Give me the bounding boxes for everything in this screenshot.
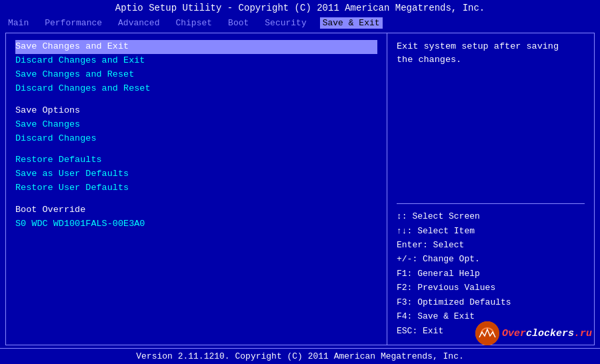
watermark: Overclockers.ru (475, 321, 592, 345)
boot-override-label: Boot Override (15, 203, 377, 217)
footer-text: Version 2.11.1210. Copyright (C) 2011 Am… (136, 351, 463, 361)
main-content: Save Changes and Exit Discard Changes an… (5, 33, 595, 345)
group-save-options: Save Options Save Changes Discard Change… (15, 104, 377, 146)
menu-entry-discard-and-reset[interactable]: Discard Changes and Reset (15, 82, 377, 96)
watermark-logo-circle (475, 321, 499, 345)
help-select-item: ↑↓: Select Item (397, 224, 585, 238)
left-panel: Save Changes and Exit Discard Changes an… (6, 33, 387, 345)
menu-item-save-exit[interactable]: Save & Exit (320, 17, 383, 29)
menu-item-advanced[interactable]: Advanced (115, 17, 162, 29)
menu-entry-save-changes[interactable]: Save Changes (15, 118, 377, 132)
menu-entry-restore-defaults[interactable]: Restore Defaults (15, 153, 377, 167)
menu-item-performance[interactable]: Performance (42, 17, 105, 29)
help-enter: Enter: Select (397, 238, 585, 252)
description-box: Exit system setup after savingthe change… (397, 40, 585, 67)
group-save-discard: Save Changes and Exit Discard Changes an… (15, 40, 377, 96)
bios-screen: Aptio Setup Utility - Copyright (C) 2011… (0, 0, 600, 364)
group-boot-override: Boot Override S0 WDC WD1001FALS-00E3A0 (15, 203, 377, 231)
menu-entry-save-and-reset[interactable]: Save Changes and Reset (15, 68, 377, 82)
menu-entry-discard-and-exit[interactable]: Discard Changes and Exit (15, 54, 377, 68)
title-bar: Aptio Setup Utility - Copyright (C) 2011… (0, 0, 600, 16)
help-f1: F1: General Help (397, 267, 585, 281)
save-options-label: Save Options (15, 104, 377, 118)
menu-entry-discard-changes[interactable]: Discard Changes (15, 132, 377, 146)
menu-entry-restore-user-defaults[interactable]: Restore User Defaults (15, 181, 377, 195)
right-panel: Exit system setup after savingthe change… (387, 33, 594, 345)
title-text: Aptio Setup Utility - Copyright (C) 2011… (115, 3, 485, 13)
menu-entry-save-and-exit[interactable]: Save Changes and Exit (15, 40, 377, 54)
group-restore-defaults: Restore Defaults Save as User Defaults R… (15, 153, 377, 195)
help-f2: F2: Previous Values (397, 281, 585, 295)
help-change-opt: +/-: Change Opt. (397, 252, 585, 266)
menu-bar: Main Performance Advanced Chipset Boot S… (0, 16, 600, 30)
help-box: ↕: Select Screen ↑↓: Select Item Enter: … (397, 203, 585, 338)
help-f3: F3: Optimized Defaults (397, 295, 585, 309)
menu-entry-save-user-defaults[interactable]: Save as User Defaults (15, 167, 377, 181)
menu-item-boot[interactable]: Boot (225, 17, 251, 29)
menu-item-security[interactable]: Security (262, 17, 309, 29)
menu-entry-boot-device[interactable]: S0 WDC WD1001FALS-00E3A0 (15, 217, 377, 231)
menu-item-main[interactable]: Main (5, 17, 31, 29)
menu-item-chipset[interactable]: Chipset (173, 17, 215, 29)
svg-point-0 (475, 321, 499, 345)
footer: Version 2.11.1210. Copyright (C) 2011 Am… (0, 348, 600, 364)
help-select-screen: ↕: Select Screen (397, 209, 585, 223)
watermark-text: Overclockers.ru (502, 328, 592, 339)
description-text: Exit system setup after savingthe change… (397, 41, 559, 65)
